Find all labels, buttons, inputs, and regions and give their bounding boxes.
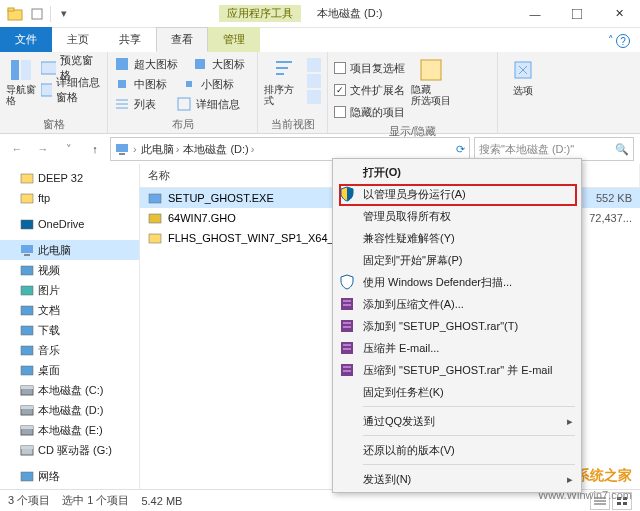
- tree-item[interactable]: 此电脑: [0, 240, 139, 260]
- details-pane-button[interactable]: 详细信息窗格: [41, 80, 101, 100]
- menu-item[interactable]: 压缩到 "SETUP_GHOST.rar" 并 E-mail: [333, 359, 581, 381]
- layout-list[interactable]: 列表 详细信息: [114, 94, 240, 114]
- tree-item[interactable]: 下载: [0, 320, 139, 340]
- menu-separator: [363, 435, 575, 436]
- options-button[interactable]: 选项: [504, 54, 542, 98]
- svg-rect-50: [343, 322, 351, 324]
- main-area: DEEP 32ftpOneDrive此电脑视频图片文档下载音乐桌面本地磁盘 (C…: [0, 164, 640, 489]
- ribbon-group-options: 选项: [498, 52, 548, 133]
- submenu-arrow-icon: ▸: [567, 415, 573, 428]
- chk-item-checkboxes[interactable]: 项目复选框: [334, 58, 405, 78]
- group-by-icon[interactable]: [307, 58, 321, 72]
- group-label-current: 当前视图: [264, 115, 321, 132]
- tab-file[interactable]: 文件: [0, 27, 52, 52]
- svg-rect-44: [149, 214, 161, 223]
- menu-item[interactable]: 打开(O): [333, 161, 581, 183]
- menu-item[interactable]: 还原以前的版本(V): [333, 439, 581, 461]
- svg-rect-16: [307, 58, 321, 72]
- titlebar: ▾ 应用程序工具 本地磁盘 (D:) — ✕: [0, 0, 640, 28]
- tree-item[interactable]: 网络: [0, 466, 139, 486]
- help-icon[interactable]: ?: [616, 34, 630, 48]
- layout-m-icons[interactable]: 中图标 小图标: [114, 74, 234, 94]
- tree-item[interactable]: 桌面: [0, 360, 139, 380]
- layout-xl-icons[interactable]: 超大图标 大图标: [114, 54, 245, 74]
- tree-item-label: 此电脑: [38, 243, 71, 258]
- minimize-ribbon-icon[interactable]: ˄: [608, 34, 614, 48]
- refresh-icon[interactable]: ⟳: [456, 143, 465, 156]
- tree-item-label: 图片: [38, 283, 60, 298]
- context-tab-label: 应用程序工具: [219, 5, 301, 22]
- back-button[interactable]: ←: [6, 138, 28, 160]
- menu-item[interactable]: 兼容性疑难解答(Y): [333, 227, 581, 249]
- menu-item-label: 打开(O): [363, 165, 401, 180]
- svg-rect-3: [572, 9, 582, 19]
- shield-icon: [339, 186, 355, 202]
- status-selected: 选中 1 个项目: [62, 493, 129, 508]
- menu-item[interactable]: 以管理员身份运行(A): [333, 183, 581, 205]
- tree-item[interactable]: 图片: [0, 280, 139, 300]
- menu-item[interactable]: 通过QQ发送到▸: [333, 410, 581, 432]
- tab-manage[interactable]: 管理: [208, 27, 260, 52]
- nav-pane-button[interactable]: 导航窗格: [6, 54, 37, 106]
- col-name[interactable]: 名称: [140, 164, 360, 187]
- menu-separator: [363, 406, 575, 407]
- svg-rect-33: [21, 366, 33, 375]
- tree-item[interactable]: 视频: [0, 260, 139, 280]
- window-title: 本地磁盘 (D:): [317, 6, 382, 21]
- tree-item[interactable]: CD 驱动器 (G:): [0, 440, 139, 460]
- tree-item[interactable]: ftp: [0, 188, 139, 208]
- pin-icon[interactable]: [28, 5, 46, 23]
- status-size: 5.42 MB: [141, 495, 182, 507]
- tree-item[interactable]: 音乐: [0, 340, 139, 360]
- menu-item[interactable]: 压缩并 E-mail...: [333, 337, 581, 359]
- svg-rect-22: [119, 153, 125, 155]
- icons-view-button[interactable]: [612, 492, 632, 510]
- chk-hidden-items[interactable]: 隐藏的项目: [334, 102, 405, 122]
- group-label-panes: 窗格: [6, 115, 101, 132]
- up-button[interactable]: ↑: [84, 138, 106, 160]
- svg-rect-47: [343, 300, 351, 302]
- menu-item[interactable]: 固定到"开始"屏幕(P): [333, 249, 581, 271]
- crumb-this-pc[interactable]: 此电脑›: [141, 142, 180, 157]
- size-columns-icon[interactable]: [307, 90, 321, 104]
- add-columns-icon[interactable]: [307, 74, 321, 88]
- menu-item[interactable]: 管理员取得所有权: [333, 205, 581, 227]
- details-view-button[interactable]: [590, 492, 610, 510]
- svg-rect-18: [307, 90, 321, 104]
- menu-item[interactable]: 使用 Windows Defender扫描...: [333, 271, 581, 293]
- tree-item[interactable]: DEEP 32: [0, 168, 139, 188]
- menu-item[interactable]: 添加到 "SETUP_GHOST.rar"(T): [333, 315, 581, 337]
- tab-share[interactable]: 共享: [104, 27, 156, 52]
- menu-item[interactable]: 添加到压缩文件(A)...: [333, 293, 581, 315]
- tree-item[interactable]: 文档: [0, 300, 139, 320]
- hide-selected-button[interactable]: 隐藏 所选项目: [409, 54, 453, 106]
- tree-item[interactable]: OneDrive: [0, 214, 139, 234]
- disk-icon: [20, 383, 34, 397]
- menu-item-label: 通过QQ发送到: [363, 414, 435, 429]
- svg-rect-9: [195, 59, 205, 69]
- tab-home[interactable]: 主页: [52, 27, 104, 52]
- svg-rect-37: [21, 406, 33, 409]
- tab-view[interactable]: 查看: [156, 27, 208, 52]
- maximize-button[interactable]: [556, 0, 598, 28]
- qat-dropdown-icon[interactable]: ▾: [55, 5, 73, 23]
- crumb-drive-d[interactable]: 本地磁盘 (D:)›: [183, 142, 254, 157]
- svg-rect-28: [21, 266, 33, 275]
- forward-button[interactable]: →: [32, 138, 54, 160]
- menu-item[interactable]: 固定到任务栏(K): [333, 381, 581, 403]
- svg-rect-63: [617, 502, 621, 505]
- menu-item-label: 固定到"开始"屏幕(P): [363, 253, 462, 268]
- tree-item[interactable]: 本地磁盘 (E:): [0, 420, 139, 440]
- svg-rect-21: [116, 144, 128, 152]
- minimize-button[interactable]: —: [514, 0, 556, 28]
- svg-rect-24: [21, 194, 33, 203]
- history-dropdown[interactable]: ˅: [58, 138, 80, 160]
- tree-item[interactable]: 本地磁盘 (D:): [0, 400, 139, 420]
- svg-rect-31: [21, 326, 33, 335]
- menu-item[interactable]: 发送到(N)▸: [333, 468, 581, 490]
- sort-button[interactable]: 排序方式: [264, 54, 303, 106]
- chk-file-ext[interactable]: ✓文件扩展名: [334, 80, 405, 100]
- tree-item[interactable]: 本地磁盘 (C:): [0, 380, 139, 400]
- nav-tree[interactable]: DEEP 32ftpOneDrive此电脑视频图片文档下载音乐桌面本地磁盘 (C…: [0, 164, 140, 489]
- close-button[interactable]: ✕: [598, 0, 640, 28]
